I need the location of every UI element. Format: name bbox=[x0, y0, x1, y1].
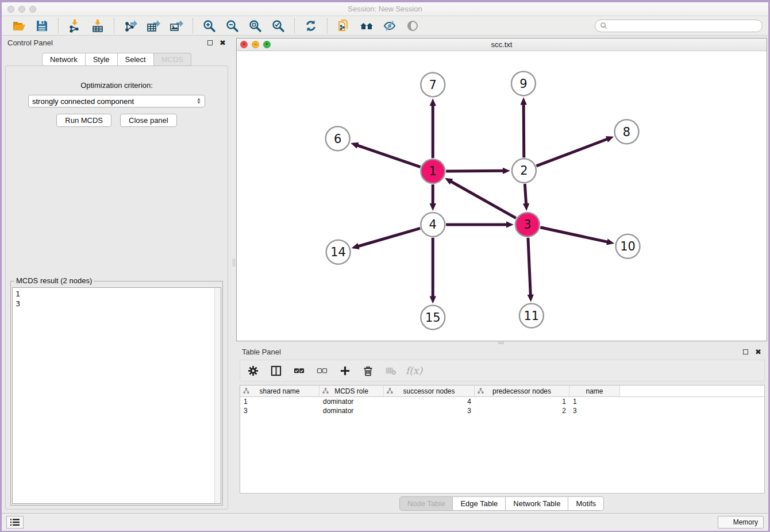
zoom-out-icon[interactable] bbox=[224, 18, 241, 34]
graph-edge-arrowhead bbox=[352, 243, 360, 249]
cell-successor-nodes[interactable]: 4 bbox=[384, 397, 475, 406]
scrollbar[interactable] bbox=[214, 288, 221, 503]
settings-gear-icon[interactable] bbox=[247, 365, 259, 377]
export-image-icon[interactable] bbox=[168, 18, 185, 34]
cell-successor-nodes[interactable]: 3 bbox=[384, 406, 475, 415]
import-network-icon[interactable] bbox=[66, 18, 83, 34]
refresh-icon[interactable] bbox=[302, 18, 319, 34]
close-panel-button[interactable]: Close panel bbox=[120, 114, 177, 127]
float-panel-icon[interactable] bbox=[743, 349, 748, 354]
graph-node-label: 3 bbox=[523, 218, 531, 232]
fit-content-icon[interactable] bbox=[247, 18, 264, 34]
cell-predecessor-nodes[interactable]: 1 bbox=[475, 397, 569, 406]
tab-motifs[interactable]: Motifs bbox=[568, 496, 604, 511]
graph-edge[interactable] bbox=[523, 104, 524, 157]
network-view-window: ✕ − + scc.txt 7968124314101511 bbox=[236, 38, 767, 341]
tab-style[interactable]: Style bbox=[86, 53, 118, 66]
column-header-shared-name[interactable]: shared name bbox=[240, 385, 319, 396]
optimization-criterion-label: Optimization criterion: bbox=[80, 81, 153, 90]
column-header-name[interactable]: name bbox=[569, 385, 620, 396]
graph-edge-arrowhead bbox=[606, 238, 614, 245]
graph-edge[interactable] bbox=[357, 145, 421, 167]
hierarchy-sort-icon bbox=[322, 388, 329, 394]
first-neighbors-icon[interactable] bbox=[358, 18, 375, 34]
graph-node-label: 10 bbox=[620, 240, 636, 253]
graph-edge[interactable] bbox=[536, 139, 607, 166]
vertical-splitter[interactable] bbox=[232, 36, 236, 513]
save-session-icon[interactable] bbox=[33, 18, 51, 34]
select-all-icon[interactable] bbox=[293, 365, 305, 377]
close-panel-icon[interactable]: ✖ bbox=[755, 348, 761, 356]
table-row[interactable]: 3 dominator 3 2 3 bbox=[240, 406, 764, 415]
tab-select[interactable]: Select bbox=[118, 53, 154, 66]
memory-button[interactable]: Memory bbox=[718, 516, 764, 529]
hide-selected-icon[interactable] bbox=[381, 18, 398, 34]
cell-mcds-role[interactable]: dominator bbox=[319, 397, 384, 406]
graph-edge-arrowhead bbox=[351, 142, 359, 149]
run-mcds-button[interactable]: Run MCDS bbox=[56, 114, 111, 127]
float-panel-icon[interactable] bbox=[207, 40, 213, 45]
deselect-all-icon[interactable] bbox=[316, 365, 328, 377]
graph-edge[interactable] bbox=[451, 182, 516, 218]
list-item[interactable]: 1 bbox=[16, 289, 221, 299]
graph-edge-arrowhead bbox=[430, 203, 436, 211]
search-field[interactable] bbox=[595, 20, 763, 32]
graph-node-label: 14 bbox=[330, 245, 346, 259]
criterion-select[interactable]: strongly connected component ▲▼ bbox=[28, 95, 205, 107]
split-panel-icon[interactable] bbox=[270, 365, 282, 377]
control-panel-title: Control Panel bbox=[7, 38, 53, 47]
export-network-icon[interactable] bbox=[122, 18, 139, 34]
graph-edge[interactable] bbox=[540, 228, 607, 242]
table-row[interactable]: 1 dominator 4 1 1 bbox=[240, 397, 764, 406]
import-table-icon[interactable] bbox=[89, 18, 106, 34]
task-history-button[interactable] bbox=[6, 516, 24, 529]
graph-edge[interactable] bbox=[528, 238, 530, 295]
column-header-successor-nodes[interactable]: successor nodes bbox=[384, 385, 475, 396]
mcds-result-list[interactable]: 1 3 bbox=[12, 287, 221, 504]
horizontal-splitter[interactable] bbox=[236, 341, 767, 345]
list-item[interactable]: 3 bbox=[16, 299, 221, 309]
graph-edge[interactable] bbox=[446, 171, 503, 171]
toolbar-separator bbox=[114, 18, 114, 33]
cell-shared-name[interactable]: 3 bbox=[240, 406, 319, 415]
graph-node-label: 8 bbox=[623, 125, 630, 139]
control-panel: Control Panel ✖ Network Style Select MCD… bbox=[2, 36, 232, 513]
main-toolbar bbox=[2, 16, 768, 36]
export-table-icon[interactable] bbox=[145, 18, 162, 34]
network-canvas-area[interactable]: 7968124314101511 bbox=[237, 51, 767, 341]
cell-name[interactable]: 1 bbox=[569, 397, 620, 406]
cell-predecessor-nodes[interactable]: 2 bbox=[475, 406, 569, 415]
search-input[interactable] bbox=[611, 22, 757, 30]
tab-network[interactable]: Network bbox=[42, 53, 86, 66]
mcds-result-group: MCDS result (2 nodes) 1 3 bbox=[10, 281, 223, 506]
graph-node-label: 11 bbox=[524, 309, 540, 323]
zoom-selected-icon[interactable] bbox=[270, 18, 287, 34]
column-header-mcds-role[interactable]: MCDS role bbox=[319, 385, 384, 396]
search-icon bbox=[600, 22, 607, 29]
add-column-icon[interactable] bbox=[339, 365, 351, 377]
zoom-in-icon[interactable] bbox=[201, 18, 218, 34]
column-header-predecessor-nodes[interactable]: predecessor nodes bbox=[475, 385, 569, 396]
tab-edge-table[interactable]: Edge Table bbox=[453, 496, 506, 511]
graph-edge-arrowhead bbox=[430, 98, 436, 106]
function-builder-icon[interactable]: f(x) bbox=[408, 365, 420, 377]
graph-node-label: 4 bbox=[429, 218, 437, 232]
open-session-icon[interactable] bbox=[10, 18, 28, 34]
graph-edge[interactable] bbox=[358, 228, 420, 246]
cell-name[interactable]: 3 bbox=[569, 406, 620, 415]
graph-node-label: 15 bbox=[425, 311, 441, 325]
tab-node-table[interactable]: Node Table bbox=[399, 496, 453, 511]
tab-network-table[interactable]: Network Table bbox=[506, 496, 568, 511]
clear-table-icon[interactable] bbox=[385, 365, 397, 377]
tab-mcds[interactable]: MCDS bbox=[154, 53, 191, 66]
graph-edge[interactable] bbox=[525, 184, 526, 204]
delete-column-icon[interactable] bbox=[362, 365, 374, 377]
cell-shared-name[interactable]: 1 bbox=[240, 397, 319, 406]
clone-network-icon[interactable] bbox=[335, 18, 352, 34]
node-table[interactable]: shared name MCDS role successor nodes bbox=[240, 385, 765, 494]
cell-mcds-role[interactable]: dominator bbox=[319, 406, 384, 415]
close-panel-icon[interactable]: ✖ bbox=[220, 39, 226, 47]
toolbar-separator bbox=[294, 18, 295, 33]
mcds-result-title: MCDS result (2 nodes) bbox=[14, 276, 94, 285]
show-all-icon[interactable] bbox=[404, 18, 421, 34]
